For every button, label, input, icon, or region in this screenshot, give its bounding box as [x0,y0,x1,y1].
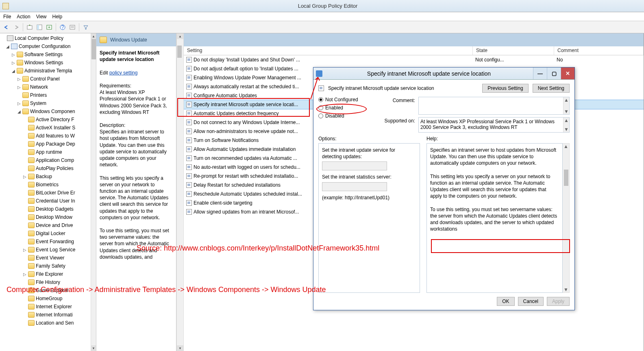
filter-button[interactable] [82,23,90,31]
dialog-titlebar[interactable]: Specify intranet Microsoft update servic… [313,68,574,80]
setting-icon [186,137,192,143]
intranet-update-input[interactable] [322,161,387,170]
tree-item[interactable]: Device and Drive [0,221,91,229]
textbox-scrollbar[interactable]: ▲▼ [563,97,569,114]
tree-system[interactable]: ▷System [0,99,91,107]
header-title: Windows Update [110,37,147,43]
tree-software-settings[interactable]: ▷Software Settings [0,50,91,59]
tree-item[interactable]: Location and Sen [0,319,91,327]
close-button[interactable]: ✕ [561,68,574,79]
ok-button[interactable]: OK [497,297,514,306]
tree-item[interactable]: ▷Backup [0,172,91,181]
tree-label: Administrative Templa [24,68,72,74]
tree-network[interactable]: ▷Network [0,83,91,91]
up-button[interactable] [26,23,34,31]
tree-label: ActiveX Installer S [36,125,75,131]
tree-admin-templates[interactable]: ◢Administrative Templa [0,67,91,75]
back-button[interactable] [2,23,11,31]
next-setting-button[interactable]: Next Setting [533,84,570,93]
setting-row[interactable]: Do not display 'Install Updates and Shut… [184,55,644,64]
scroll-down-icon[interactable]: ▼ [177,345,183,351]
comment-textbox[interactable]: ▲▼ [418,97,570,115]
tree-item[interactable]: Desktop Gadgets [0,205,91,213]
tree-item[interactable]: App Package Dep [0,140,91,148]
tree-item[interactable]: Event Viewer [0,254,91,262]
tree-root[interactable]: Local Computer Policy [0,34,91,42]
export-list-button[interactable] [45,23,53,31]
col-setting[interactable]: Setting [184,46,473,55]
tree-item[interactable]: File History [0,278,91,286]
tree-item[interactable]: Event Forwarding [0,238,91,246]
radio-dot-icon [318,113,323,118]
intranet-stats-input[interactable] [322,182,387,191]
help-scrollbar[interactable]: ▲▼ [563,143,570,293]
tree-windows-components[interactable]: ◢Windows Componen [0,107,91,116]
requirements-text: At least Windows XP Professional Service… [100,89,167,115]
scroll-thumb[interactable] [564,170,568,186]
folder-icon [28,255,35,261]
folder-icon [22,109,29,114]
tree-item[interactable]: Biometrics [0,181,91,189]
tree-printers[interactable]: Printers [0,91,91,99]
tree-item[interactable]: ▷Event Log Service [0,246,91,254]
desc-scrollbar[interactable]: ▲ ▼ [176,33,184,351]
tree-control-panel[interactable]: ▷Control Panel [0,75,91,83]
tree-item[interactable]: Application Comp [0,156,91,164]
tree-item[interactable]: App runtime [0,148,91,156]
tree-item[interactable]: ▷File Explorer [0,270,91,278]
help-button[interactable]: ? [59,23,67,31]
radio-not-configured[interactable]: Not Configured [318,97,371,102]
tree-windows-settings[interactable]: ▷Windows Settings [0,59,91,67]
scroll-thumb[interactable] [91,39,96,59]
setting-icon [186,209,192,215]
tree-item[interactable]: Credential User In [0,197,91,205]
apply-button[interactable]: Apply [547,297,570,306]
tree-item[interactable]: Active Directory F [0,116,91,124]
tree-item[interactable]: Digital Locker [0,229,91,238]
tree-item[interactable]: Family Safety [0,262,91,270]
folder-icon [28,133,35,139]
tree-label: Add features to W [36,133,75,139]
tree-item[interactable]: Internet Explorer [0,303,91,311]
properties-button[interactable] [68,23,76,31]
tree-item[interactable]: BitLocker Drive Er [0,189,91,197]
window-title: Local Group Policy Editor [11,3,644,9]
setting-name: Turn on recommended updates via Automati… [194,155,297,161]
tree-computer-config[interactable]: ◢Computer Configuration [0,42,91,50]
menu-view[interactable]: View [36,14,47,20]
menu-action[interactable]: Action [17,14,30,20]
tree-item[interactable]: ActiveX Installer S [0,124,91,132]
col-comment[interactable]: Comment [554,46,644,55]
tree-scrollbar[interactable]: ▲ ▼ [91,33,96,351]
cancel-button[interactable]: Cancel [518,297,544,306]
tree-item[interactable]: Internet Informati [0,311,91,319]
folder-icon [28,157,35,163]
show-hide-tree-button[interactable] [35,23,44,31]
previous-setting-button[interactable]: Previous Setting [482,84,528,93]
scroll-thumb[interactable] [177,46,182,58]
col-state[interactable]: State [473,46,554,55]
textbox-scrollbar[interactable]: ▲▼ [563,118,569,132]
option-label-2: Set the intranet statistics server: [322,174,392,180]
policy-setting-link[interactable]: policy setting [109,70,137,76]
setting-icon [186,84,192,89]
menu-help[interactable]: Help [52,14,63,20]
folder-icon [22,84,29,90]
tree-item[interactable]: Add features to W [0,132,91,140]
setting-icon [186,200,192,206]
tree-item[interactable]: AutoPlay Policies [0,164,91,172]
folder-icon [28,214,35,220]
maximize-button[interactable]: ▢ [547,68,561,79]
tree-item[interactable]: Desktop Window [0,213,91,221]
tree-label: Biometrics [36,182,59,187]
forward-button[interactable] [12,23,20,31]
policy-dialog: Specify intranet Microsoft update servic… [313,67,575,310]
menu-file[interactable]: File [3,14,11,20]
scroll-up-icon[interactable]: ▲ [91,33,96,39]
minimize-button[interactable]: — [533,68,547,79]
setting-icon [186,129,192,134]
tree-item[interactable]: HomeGroup [0,294,91,303]
annotation-arrow [310,76,322,100]
scroll-up-icon[interactable]: ▲ [177,33,183,39]
scroll-down-icon[interactable]: ▼ [91,345,96,351]
